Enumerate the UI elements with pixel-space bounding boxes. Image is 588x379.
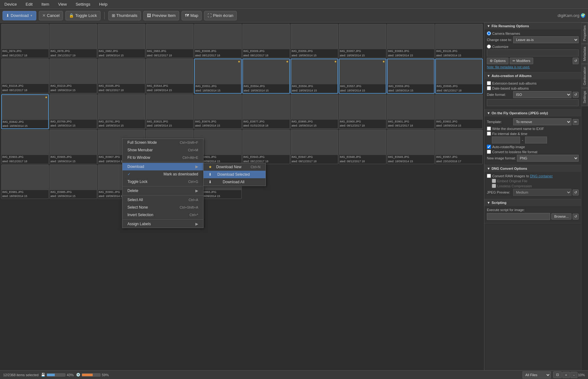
menu-help[interactable]: Help [97, 1, 109, 7]
menu-device[interactable]: Device [3, 1, 19, 7]
jpeg-preview-select[interactable]: Medium [513, 189, 571, 196]
list-item[interactable]: IMG_E0008.JPGated: 08/12/2017 18 [194, 24, 242, 58]
list-item[interactable]: IMG_0982.JPGated: 18/09/2014 15 [98, 24, 145, 58]
ctx-select-none[interactable]: Select None Ctrl+Shift+A [122, 204, 203, 211]
ext-sub-checkbox[interactable] [487, 81, 491, 85]
list-item[interactable]: IMG_0983.JPGated: 08/12/2017 18 [146, 24, 193, 58]
zoom-in-button[interactable]: + [562, 372, 570, 378]
time-field[interactable]: 15:43:18 [525, 137, 547, 143]
section-on-fly-header[interactable]: ▼ On the Fly Operations (JPEG only) [484, 110, 581, 117]
list-item[interactable]: IMG_E0900.JPGated: 08/12/2017 18 [339, 94, 386, 129]
ctx-invert-selection[interactable]: Invert Selection Ctrl+* [122, 211, 203, 219]
list-item[interactable]: IMG_E0769.JPGated: 18/09/2014 15 [49, 94, 97, 129]
preview-item-button[interactable]: 🖼 Preview Item [143, 11, 179, 20]
ctx-fit-window[interactable]: Fit to Window Ctrl+Alt+E [122, 154, 203, 161]
list-item[interactable]: IMG_E0903.JPGated: 08/12/2017 18 [1, 130, 49, 164]
edit-template-button[interactable]: ✏ [573, 119, 579, 125]
list-item[interactable]: IMG_E0559.JPGated: 18/09/2014 15 [387, 59, 435, 93]
list-item[interactable]: IMG_E0957.JPGated: 23/10/2016 17 [435, 130, 483, 164]
list-item[interactable]: IMG_E0218.JPGated: 08/12/2017 18 [1, 59, 49, 93]
download-button[interactable]: ⬇ Download ▼ [3, 11, 36, 20]
write-doc-checkbox[interactable] [487, 127, 491, 131]
list-item[interactable]: IMG_E0815.JPGated: 18/09/2014 15 [146, 94, 193, 129]
map-button[interactable]: 🗺 Map [182, 11, 202, 20]
reset-jpeg-preview-button[interactable]: ↺ [573, 190, 579, 195]
list-item[interactable]: ★IMG_E0554.JPGated: 18/09/2014 15 [242, 59, 290, 93]
sub-download-all[interactable]: ⬇ Download All [204, 178, 266, 186]
menu-edit[interactable]: Edit [24, 1, 34, 7]
dng-container-link[interactable]: DNG container [530, 174, 553, 178]
thumbnails-button[interactable]: ⊞ Thumbnails [108, 11, 141, 20]
embed-original-checkbox[interactable] [492, 179, 496, 183]
modifiers-button[interactable]: ✏ Modifiers [510, 58, 533, 64]
fix-date-checkbox[interactable] [487, 132, 491, 136]
menu-view[interactable]: View [56, 1, 69, 7]
template-select[interactable]: To remove [513, 118, 571, 125]
list-item[interactable]: IMG_E0544.JPGated: 18/09/2014 15 [146, 59, 193, 93]
ctx-delete[interactable]: Delete ▶ [122, 187, 203, 195]
list-item[interactable]: IMG_E0083.JPGated: 18/09/2014 15 [387, 24, 435, 58]
new-format-select[interactable]: PNG [517, 155, 579, 162]
list-item[interactable]: IMG_E0595.JPGated: 08/12/2017 18 [435, 59, 483, 93]
script-input[interactable]: No script selected [487, 213, 550, 220]
file-metadata-note[interactable]: Note: file metadata is not used. [487, 65, 579, 69]
list-item[interactable]: IMG_E0943.JPGated: 08/12/2017 18 [242, 130, 290, 164]
list-item[interactable]: IMG_E0056.JPGated: 18/09/2014 15 [291, 24, 338, 58]
cancel-button[interactable]: ✕ Cancel [39, 11, 63, 20]
ctx-download[interactable]: Download ▶ ★ Download New Ctrl+N ⬇ Downl… [122, 163, 203, 170]
list-item[interactable]: IMG_0978.JPGated: 29/12/2017 19 [49, 24, 97, 58]
options-button[interactable]: ⚙ Options [487, 58, 508, 64]
browse-script-button[interactable]: Browse... [551, 213, 571, 220]
ctx-toggle-lock[interactable]: Toggle Lock Ctrl+G [122, 178, 203, 185]
plein-ecran-button[interactable]: ⛶ Plein écran [204, 11, 237, 20]
list-item[interactable]: IMG_E0781.JPGated: 18/09/2014 15 [98, 94, 145, 129]
reset-script-button[interactable]: ↺ [573, 214, 579, 220]
camera-filenames-radio[interactable] [487, 31, 491, 35]
list-item[interactable]: IMG_E0057.JPGated: 18/09/2014 15 [339, 24, 386, 58]
list-item[interactable]: IMG_0974.JPGated: 08/12/2017 18 [1, 24, 49, 58]
reset-renaming-button[interactable]: ↺ [573, 58, 579, 64]
sub-download-new[interactable]: ★ Download New Ctrl+N [204, 163, 266, 171]
list-item[interactable]: IMG_E0877.JPGated: 01/01/2018 18 [242, 94, 290, 129]
section-file-renaming-header[interactable]: ▼ File Renaming Options [484, 23, 581, 29]
tab-metadata[interactable]: Metadata [581, 44, 588, 64]
toggle-lock-button[interactable]: 🔒 Toggle Lock [65, 11, 100, 20]
list-item[interactable]: IMG_E0948.JPGated: 08/12/2017 18 [339, 130, 386, 164]
dng-lossless-checkbox[interactable] [492, 184, 496, 188]
list-item[interactable]: IMG_E0009.JPGated: 08/12/2017 18 [242, 24, 290, 58]
thumbnail-area[interactable]: IMG_0974.JPGated: 08/12/2017 18IMG_0978.… [0, 23, 484, 370]
list-item[interactable]: ★IMG_E0642.JPGated: 18/09/2014 15 [1, 94, 49, 129]
list-item[interactable]: ★IMG_E0557.JPGated: 18/09/2014 15 [339, 59, 386, 93]
change-case-select[interactable]: Leave as-is [513, 36, 579, 43]
tab-settings[interactable]: Settings [581, 88, 588, 106]
ctx-assign-labels[interactable]: Assign Labels ▶ [122, 220, 203, 228]
list-item[interactable]: IMG_E0947.JPGated: 08/12/2017 18 [291, 130, 338, 164]
section-scripting-header[interactable]: ▼ Scripting [484, 199, 581, 206]
sub-download-selected[interactable]: ⬇ Download Selected [204, 171, 266, 178]
list-item[interactable]: IMG_E0876.JPGated: 18/09/2014 15 [194, 94, 242, 129]
lossless-checkbox[interactable] [487, 150, 491, 154]
menu-item[interactable]: Item [39, 1, 51, 7]
list-item[interactable]: IMG_E0219.JPGated: 18/09/2014 15 [49, 59, 97, 93]
auto-rotate-checkbox[interactable] [487, 145, 491, 149]
list-item[interactable]: IMG_E0126.JPGated: 18/09/2014 15 [435, 24, 483, 58]
tab-geolocation[interactable]: Geolocation [581, 64, 588, 88]
date-sub-checkbox[interactable] [487, 86, 491, 90]
ctx-select-all[interactable]: Select All Ctrl+A [122, 196, 203, 204]
tab-properties[interactable]: Properties [581, 23, 588, 44]
list-item[interactable]: IMG_E0985.JPGated: 18/09/2014 15 [49, 165, 97, 199]
zoom-fit-button[interactable]: ⊡ [553, 371, 562, 378]
list-item[interactable]: IMG_E0895.JPGated: 18/09/2014 15 [291, 94, 338, 129]
list-item[interactable]: IMG_E0949.JPGated: 18/09/2014 15 [387, 130, 435, 164]
list-item[interactable]: IMG_E0981.JPGated: 18/09/2014 15 [1, 165, 49, 199]
convert-raw-checkbox[interactable] [487, 174, 491, 178]
list-item[interactable]: IMG_E0335.JPGated: 08/12/2017 18 [98, 59, 145, 93]
reset-date-format-button[interactable]: ↺ [573, 92, 579, 98]
date-field[interactable]: 14/01/2018 [492, 137, 520, 143]
ctx-fullscreen[interactable]: Full Screen Mode Ctrl+Shift+F [122, 139, 203, 146]
ctx-show-menubar[interactable]: Show Menubar Ctrl+M [122, 146, 203, 154]
ctx-mark-downloaded[interactable]: ✓ Mark as downloaded [122, 170, 203, 178]
section-auto-creation-header[interactable]: ▼ Auto-creation of Albums [484, 72, 581, 79]
list-item[interactable]: IMG_E0902.JPGated: 18/09/2014 15 [435, 94, 483, 129]
list-item[interactable]: IMG_E0901.JPGated: 08/12/2017 18 [387, 94, 435, 129]
